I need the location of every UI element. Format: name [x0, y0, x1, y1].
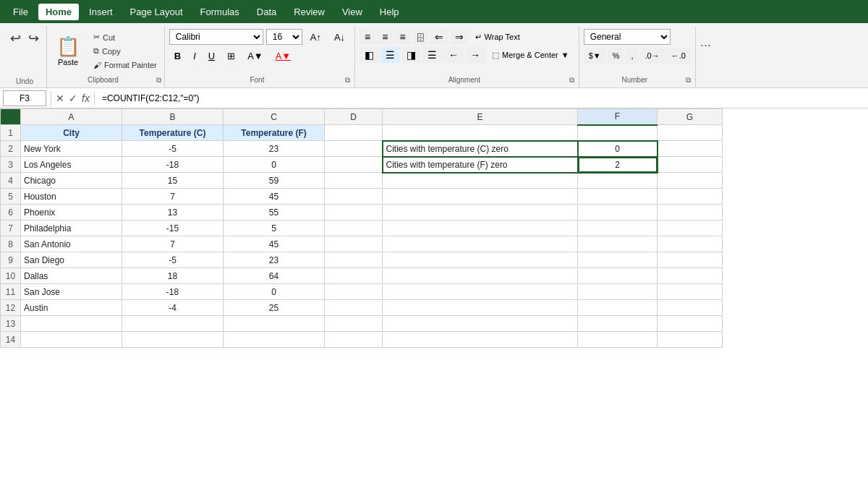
- menu-view[interactable]: View: [335, 4, 370, 20]
- data-cell[interactable]: [325, 141, 383, 157]
- data-cell[interactable]: [325, 125, 383, 141]
- italic-button[interactable]: I: [188, 48, 201, 64]
- underline-button[interactable]: U: [203, 48, 220, 64]
- data-cell[interactable]: [658, 157, 723, 173]
- insert-function-icon[interactable]: fx: [82, 93, 90, 104]
- data-cell[interactable]: [224, 316, 325, 332]
- data-cell[interactable]: [383, 205, 578, 221]
- data-cell[interactable]: 7: [122, 189, 224, 205]
- merge-dropdown-icon[interactable]: ▼: [561, 51, 569, 59]
- align-left-button[interactable]: ◧: [359, 47, 379, 63]
- data-cell[interactable]: 45: [224, 236, 325, 252]
- data-cell[interactable]: Cities with temperature (F) zero: [383, 157, 578, 173]
- data-cell[interactable]: [658, 141, 723, 157]
- rtl-button[interactable]: ←: [443, 47, 464, 63]
- row-number[interactable]: 1: [1, 125, 21, 141]
- data-cell[interactable]: Chicago: [21, 173, 122, 189]
- data-cell[interactable]: [325, 284, 383, 300]
- font-size-select[interactable]: 16: [266, 29, 302, 45]
- data-cell[interactable]: 25: [224, 300, 325, 316]
- data-cell[interactable]: Phoenix: [21, 205, 122, 221]
- data-cell[interactable]: New York: [21, 141, 122, 157]
- data-cell[interactable]: San Jose: [21, 284, 122, 300]
- indent-dec-button[interactable]: ⇐: [430, 29, 448, 45]
- data-cell[interactable]: 0: [578, 141, 658, 157]
- data-cell[interactable]: [658, 332, 723, 348]
- justify-button[interactable]: ☰: [422, 47, 442, 63]
- row-number[interactable]: 7: [1, 221, 21, 236]
- data-cell[interactable]: [658, 221, 723, 236]
- data-cell[interactable]: [658, 252, 723, 268]
- data-cell[interactable]: [578, 125, 658, 141]
- data-cell[interactable]: [325, 332, 383, 348]
- col-header-F[interactable]: F: [578, 109, 658, 125]
- data-cell[interactable]: [224, 332, 325, 348]
- data-cell[interactable]: [325, 173, 383, 189]
- row-number[interactable]: 4: [1, 173, 21, 189]
- wrap-text-button[interactable]: ↵ Wrap Text: [470, 29, 525, 45]
- row-number[interactable]: 10: [1, 268, 21, 284]
- data-cell[interactable]: 0: [224, 157, 325, 173]
- data-cell[interactable]: Dallas: [21, 268, 122, 284]
- data-cell[interactable]: Temperature (F): [224, 125, 325, 141]
- ltr-button[interactable]: →: [465, 47, 485, 63]
- format-painter-button[interactable]: 🖌 Format Painter: [89, 59, 161, 72]
- grid-container[interactable]: 0 A B C D E F G 1CityTemperature (C)Temp…: [0, 108, 868, 488]
- redo-button[interactable]: ↪: [25, 29, 42, 48]
- data-cell[interactable]: [578, 236, 658, 252]
- copy-button[interactable]: ⧉ Copy: [89, 45, 161, 58]
- data-cell[interactable]: [325, 252, 383, 268]
- paste-button[interactable]: 📋 Paste: [50, 27, 86, 74]
- data-cell[interactable]: [325, 189, 383, 205]
- data-cell[interactable]: San Antonio: [21, 236, 122, 252]
- data-cell[interactable]: [578, 189, 658, 205]
- col-header-A[interactable]: A: [21, 109, 122, 125]
- col-header-corner[interactable]: 0: [1, 109, 21, 125]
- data-cell[interactable]: [658, 236, 723, 252]
- data-cell[interactable]: Temperature (C): [122, 125, 224, 141]
- menu-help[interactable]: Help: [373, 4, 407, 20]
- data-cell[interactable]: [578, 316, 658, 332]
- data-cell[interactable]: 15: [122, 173, 224, 189]
- data-cell[interactable]: [578, 252, 658, 268]
- row-number[interactable]: 12: [1, 300, 21, 316]
- col-header-G[interactable]: G: [658, 109, 723, 125]
- data-cell[interactable]: [325, 157, 383, 173]
- data-cell[interactable]: [658, 189, 723, 205]
- fill-color-button[interactable]: A▼: [242, 48, 268, 64]
- menu-home[interactable]: Home: [38, 4, 79, 20]
- data-cell[interactable]: [383, 316, 578, 332]
- row-number[interactable]: 13: [1, 316, 21, 332]
- data-cell[interactable]: [383, 221, 578, 236]
- data-cell[interactable]: [21, 332, 122, 348]
- border-button[interactable]: ⊞: [222, 48, 240, 64]
- font-color-button[interactable]: A▼: [271, 48, 297, 64]
- align-right-button[interactable]: ◨: [401, 47, 421, 63]
- row-number[interactable]: 6: [1, 205, 21, 221]
- ribbon-overflow[interactable]: ...: [700, 35, 720, 50]
- col-header-E[interactable]: E: [383, 109, 578, 125]
- data-cell[interactable]: [578, 205, 658, 221]
- data-cell[interactable]: [578, 268, 658, 284]
- row-number[interactable]: 14: [1, 332, 21, 348]
- data-cell[interactable]: 64: [224, 268, 325, 284]
- row-number[interactable]: 9: [1, 252, 21, 268]
- comma-button[interactable]: ,: [626, 48, 638, 64]
- data-cell[interactable]: [325, 268, 383, 284]
- dollar-button[interactable]: $▼: [584, 48, 606, 64]
- menu-review[interactable]: Review: [286, 4, 332, 20]
- data-cell[interactable]: [383, 300, 578, 316]
- number-format-select[interactable]: General: [584, 29, 671, 45]
- row-number[interactable]: 11: [1, 284, 21, 300]
- data-cell[interactable]: [325, 236, 383, 252]
- menu-insert[interactable]: Insert: [82, 4, 120, 20]
- confirm-formula-icon[interactable]: ✓: [69, 93, 77, 104]
- data-cell[interactable]: 7: [122, 236, 224, 252]
- align-top-center-button[interactable]: ≡: [377, 29, 393, 45]
- data-cell[interactable]: [383, 125, 578, 141]
- menu-data[interactable]: Data: [250, 4, 284, 20]
- data-cell[interactable]: [383, 236, 578, 252]
- data-cell[interactable]: [383, 173, 578, 189]
- data-cell[interactable]: [658, 268, 723, 284]
- merge-center-button[interactable]: ⬚ Merge & Center ▼: [487, 47, 574, 63]
